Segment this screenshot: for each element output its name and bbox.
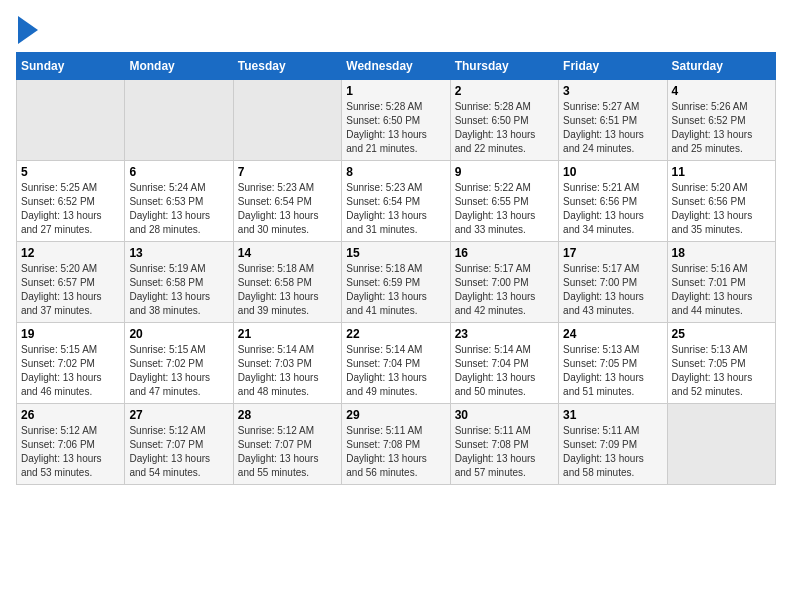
day-info: Sunrise: 5:14 AMSunset: 7:03 PMDaylight:… [238,343,337,399]
logo-icon [18,16,38,44]
logo [16,16,38,44]
day-number: 6 [129,165,228,179]
day-number: 17 [563,246,662,260]
header-tuesday: Tuesday [233,53,341,80]
day-number: 29 [346,408,445,422]
calendar-cell: 27 Sunrise: 5:12 AMSunset: 7:07 PMDaylig… [125,404,233,485]
calendar-cell: 2 Sunrise: 5:28 AMSunset: 6:50 PMDayligh… [450,80,558,161]
header-friday: Friday [559,53,667,80]
calendar-cell: 21 Sunrise: 5:14 AMSunset: 7:03 PMDaylig… [233,323,341,404]
calendar-cell: 23 Sunrise: 5:14 AMSunset: 7:04 PMDaylig… [450,323,558,404]
calendar-cell: 7 Sunrise: 5:23 AMSunset: 6:54 PMDayligh… [233,161,341,242]
calendar-row-5: 26 Sunrise: 5:12 AMSunset: 7:06 PMDaylig… [17,404,776,485]
day-number: 1 [346,84,445,98]
day-info: Sunrise: 5:18 AMSunset: 6:58 PMDaylight:… [238,262,337,318]
day-info: Sunrise: 5:13 AMSunset: 7:05 PMDaylight:… [672,343,771,399]
day-number: 15 [346,246,445,260]
calendar-cell [667,404,775,485]
day-info: Sunrise: 5:26 AMSunset: 6:52 PMDaylight:… [672,100,771,156]
calendar-cell: 15 Sunrise: 5:18 AMSunset: 6:59 PMDaylig… [342,242,450,323]
day-info: Sunrise: 5:11 AMSunset: 7:08 PMDaylight:… [455,424,554,480]
calendar-row-2: 5 Sunrise: 5:25 AMSunset: 6:52 PMDayligh… [17,161,776,242]
calendar-cell: 5 Sunrise: 5:25 AMSunset: 6:52 PMDayligh… [17,161,125,242]
day-number: 4 [672,84,771,98]
day-number: 18 [672,246,771,260]
calendar-cell: 18 Sunrise: 5:16 AMSunset: 7:01 PMDaylig… [667,242,775,323]
calendar-row-3: 12 Sunrise: 5:20 AMSunset: 6:57 PMDaylig… [17,242,776,323]
day-info: Sunrise: 5:14 AMSunset: 7:04 PMDaylight:… [346,343,445,399]
day-info: Sunrise: 5:27 AMSunset: 6:51 PMDaylight:… [563,100,662,156]
calendar-cell: 4 Sunrise: 5:26 AMSunset: 6:52 PMDayligh… [667,80,775,161]
day-info: Sunrise: 5:19 AMSunset: 6:58 PMDaylight:… [129,262,228,318]
calendar-cell: 20 Sunrise: 5:15 AMSunset: 7:02 PMDaylig… [125,323,233,404]
day-number: 28 [238,408,337,422]
day-info: Sunrise: 5:14 AMSunset: 7:04 PMDaylight:… [455,343,554,399]
calendar-cell: 25 Sunrise: 5:13 AMSunset: 7:05 PMDaylig… [667,323,775,404]
day-number: 9 [455,165,554,179]
calendar-cell: 24 Sunrise: 5:13 AMSunset: 7:05 PMDaylig… [559,323,667,404]
day-info: Sunrise: 5:23 AMSunset: 6:54 PMDaylight:… [346,181,445,237]
calendar-table: SundayMondayTuesdayWednesdayThursdayFrid… [16,52,776,485]
day-number: 7 [238,165,337,179]
calendar-cell: 26 Sunrise: 5:12 AMSunset: 7:06 PMDaylig… [17,404,125,485]
calendar-cell: 31 Sunrise: 5:11 AMSunset: 7:09 PMDaylig… [559,404,667,485]
calendar-header-row: SundayMondayTuesdayWednesdayThursdayFrid… [17,53,776,80]
day-number: 31 [563,408,662,422]
calendar-cell: 17 Sunrise: 5:17 AMSunset: 7:00 PMDaylig… [559,242,667,323]
calendar-cell: 9 Sunrise: 5:22 AMSunset: 6:55 PMDayligh… [450,161,558,242]
day-info: Sunrise: 5:25 AMSunset: 6:52 PMDaylight:… [21,181,120,237]
day-info: Sunrise: 5:21 AMSunset: 6:56 PMDaylight:… [563,181,662,237]
day-info: Sunrise: 5:28 AMSunset: 6:50 PMDaylight:… [455,100,554,156]
day-number: 11 [672,165,771,179]
page-header [16,16,776,44]
day-info: Sunrise: 5:22 AMSunset: 6:55 PMDaylight:… [455,181,554,237]
day-number: 26 [21,408,120,422]
day-info: Sunrise: 5:17 AMSunset: 7:00 PMDaylight:… [563,262,662,318]
day-number: 23 [455,327,554,341]
calendar-cell: 3 Sunrise: 5:27 AMSunset: 6:51 PMDayligh… [559,80,667,161]
calendar-cell: 29 Sunrise: 5:11 AMSunset: 7:08 PMDaylig… [342,404,450,485]
day-info: Sunrise: 5:23 AMSunset: 6:54 PMDaylight:… [238,181,337,237]
day-info: Sunrise: 5:11 AMSunset: 7:09 PMDaylight:… [563,424,662,480]
day-number: 3 [563,84,662,98]
day-info: Sunrise: 5:20 AMSunset: 6:57 PMDaylight:… [21,262,120,318]
calendar-row-4: 19 Sunrise: 5:15 AMSunset: 7:02 PMDaylig… [17,323,776,404]
day-number: 8 [346,165,445,179]
calendar-cell [233,80,341,161]
day-number: 5 [21,165,120,179]
header-monday: Monday [125,53,233,80]
day-number: 12 [21,246,120,260]
calendar-cell: 22 Sunrise: 5:14 AMSunset: 7:04 PMDaylig… [342,323,450,404]
calendar-cell: 8 Sunrise: 5:23 AMSunset: 6:54 PMDayligh… [342,161,450,242]
calendar-cell: 14 Sunrise: 5:18 AMSunset: 6:58 PMDaylig… [233,242,341,323]
calendar-cell: 1 Sunrise: 5:28 AMSunset: 6:50 PMDayligh… [342,80,450,161]
day-number: 21 [238,327,337,341]
day-number: 13 [129,246,228,260]
day-info: Sunrise: 5:11 AMSunset: 7:08 PMDaylight:… [346,424,445,480]
day-number: 24 [563,327,662,341]
day-number: 22 [346,327,445,341]
day-number: 19 [21,327,120,341]
day-info: Sunrise: 5:13 AMSunset: 7:05 PMDaylight:… [563,343,662,399]
day-number: 27 [129,408,228,422]
calendar-cell: 6 Sunrise: 5:24 AMSunset: 6:53 PMDayligh… [125,161,233,242]
calendar-cell: 16 Sunrise: 5:17 AMSunset: 7:00 PMDaylig… [450,242,558,323]
day-info: Sunrise: 5:24 AMSunset: 6:53 PMDaylight:… [129,181,228,237]
day-info: Sunrise: 5:12 AMSunset: 7:07 PMDaylight:… [129,424,228,480]
day-info: Sunrise: 5:15 AMSunset: 7:02 PMDaylight:… [21,343,120,399]
day-number: 2 [455,84,554,98]
day-number: 14 [238,246,337,260]
header-saturday: Saturday [667,53,775,80]
svg-marker-0 [18,16,38,44]
day-number: 25 [672,327,771,341]
day-number: 10 [563,165,662,179]
calendar-cell [125,80,233,161]
calendar-cell: 19 Sunrise: 5:15 AMSunset: 7:02 PMDaylig… [17,323,125,404]
day-info: Sunrise: 5:16 AMSunset: 7:01 PMDaylight:… [672,262,771,318]
day-info: Sunrise: 5:12 AMSunset: 7:06 PMDaylight:… [21,424,120,480]
header-thursday: Thursday [450,53,558,80]
day-info: Sunrise: 5:17 AMSunset: 7:00 PMDaylight:… [455,262,554,318]
calendar-cell: 13 Sunrise: 5:19 AMSunset: 6:58 PMDaylig… [125,242,233,323]
calendar-row-1: 1 Sunrise: 5:28 AMSunset: 6:50 PMDayligh… [17,80,776,161]
day-info: Sunrise: 5:12 AMSunset: 7:07 PMDaylight:… [238,424,337,480]
